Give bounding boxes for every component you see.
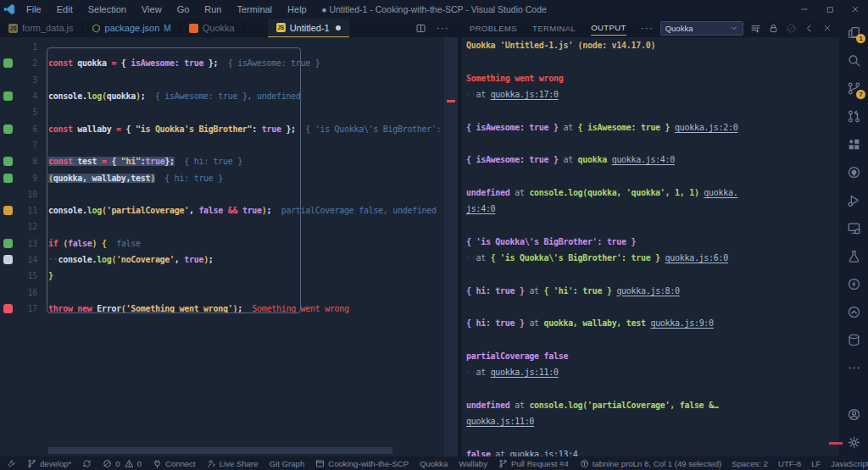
source-link[interactable]: quokka.js:6:0 bbox=[665, 253, 728, 263]
code-editor[interactable]: 12const quokka = { isAwesome: true }; { … bbox=[0, 37, 458, 456]
open-log-file-icon[interactable] bbox=[748, 21, 763, 36]
close-button[interactable] bbox=[843, 0, 868, 19]
status-0[interactable]: 0 bbox=[125, 459, 142, 468]
status-wallaby[interactable]: Wallaby bbox=[459, 459, 487, 468]
editor-vertical-scrollbar[interactable] bbox=[444, 37, 458, 456]
activity-extensions-icon[interactable] bbox=[839, 130, 868, 158]
status-quokka[interactable]: Quokka bbox=[420, 459, 448, 468]
panel-tab-problems[interactable]: PROBLEMS bbox=[462, 19, 525, 37]
activity-account-icon[interactable] bbox=[839, 401, 868, 429]
tab-label: Untitled-1 bbox=[290, 23, 330, 33]
clear-output-icon[interactable] bbox=[784, 21, 798, 36]
branch-icon bbox=[27, 459, 36, 468]
quokka-inline-value: { isAwesome: true } bbox=[218, 58, 320, 68]
source-link[interactable]: quokka.js:13:4 bbox=[510, 450, 578, 456]
activity-files-icon[interactable]: 1 bbox=[839, 19, 868, 47]
status-utf-8[interactable]: UTF-8 bbox=[778, 459, 801, 468]
activity-more-icon[interactable] bbox=[839, 354, 868, 382]
coverage-marker bbox=[3, 157, 13, 166]
status-live-share[interactable]: Live Share bbox=[207, 459, 259, 468]
activity-source-control-icon[interactable]: 7 bbox=[839, 75, 868, 102]
source-link[interactable]: quokka.js:2:0 bbox=[675, 123, 737, 132]
status-spaces-2[interactable]: Spaces: 2 bbox=[732, 459, 768, 468]
line-number: 17 bbox=[13, 304, 37, 313]
activity-thunder-client-icon[interactable] bbox=[839, 270, 868, 298]
editor-line: 14··console.log('noCoverage', true); bbox=[0, 252, 458, 268]
editor-more-actions[interactable]: ··· bbox=[437, 22, 449, 34]
output-text: console.log(quokka, 'quokka', 1, 1) bbox=[529, 188, 698, 197]
output-channel-select[interactable]: Quokka bbox=[660, 21, 743, 36]
menu-terminal[interactable]: Terminal bbox=[230, 4, 281, 14]
output-line: { hi: true } at quokka, wallaby, test qu… bbox=[462, 315, 839, 331]
source-link[interactable]: quokka.js:11:0 bbox=[491, 368, 559, 377]
menu-view[interactable]: View bbox=[134, 4, 170, 14]
menu-file[interactable]: File bbox=[19, 4, 49, 14]
activity-search-icon[interactable] bbox=[839, 47, 868, 75]
source-link[interactable]: quokka.js:17:0 bbox=[491, 90, 559, 99]
activity-remote-explorer-icon[interactable] bbox=[839, 214, 868, 242]
source-link[interactable]: quokka.js:8:0 bbox=[616, 286, 679, 296]
maximize-button[interactable] bbox=[817, 0, 843, 19]
status-label: 0 bbox=[137, 459, 142, 468]
token-bool: false bbox=[68, 239, 92, 248]
status-0[interactable]: 0 bbox=[103, 459, 120, 468]
token-t: }; bbox=[203, 58, 218, 68]
tab-package-json[interactable]: package.jsonM bbox=[83, 19, 181, 37]
minimize-button[interactable] bbox=[792, 0, 817, 19]
line-number: 3 bbox=[13, 75, 37, 85]
token-t: quokka, wallaby,test bbox=[53, 174, 150, 183]
source-link[interactable]: quokka.js:11:0 bbox=[466, 417, 534, 426]
token-t: console. bbox=[48, 206, 87, 215]
tab-untitled-1[interactable]: JSUntitled-1 bbox=[268, 19, 349, 37]
source-link[interactable]: js:4:0 bbox=[466, 204, 495, 213]
status-lf[interactable]: LF bbox=[811, 459, 821, 468]
status-cooking-with-the-scp[interactable]: Cooking-with-the-SCP bbox=[315, 459, 409, 468]
activity-database-icon[interactable] bbox=[839, 326, 868, 354]
tab-quokka[interactable]: Quokka bbox=[181, 19, 244, 37]
status-connect[interactable]: Connect bbox=[153, 459, 196, 468]
status-sync-icon[interactable] bbox=[82, 459, 92, 468]
menu-help[interactable]: Help bbox=[280, 4, 314, 14]
token-bool: true bbox=[242, 206, 262, 215]
panel-tab-output[interactable]: OUTPUT bbox=[583, 19, 633, 37]
status-ln-8-col-1-49-selected-[interactable]: Ln 8, Col 1 (49 selected) bbox=[633, 459, 722, 468]
source-link[interactable]: quokka. bbox=[704, 188, 737, 197]
token-str: "is Quokka's BigBrother" bbox=[136, 124, 252, 134]
status-remote-icon[interactable] bbox=[7, 459, 16, 468]
token-kw: const bbox=[48, 157, 73, 166]
chevron-down-icon bbox=[730, 24, 738, 32]
split-editor-icon[interactable] bbox=[414, 21, 428, 36]
menu-run[interactable]: Run bbox=[197, 4, 229, 14]
status-git-graph[interactable]: Git Graph bbox=[270, 459, 305, 468]
status-label: Ln 8, Col 1 (49 selected) bbox=[633, 459, 722, 468]
panel-more-actions[interactable]: ··· bbox=[634, 22, 660, 34]
output-panel[interactable]: Quokka 'Untitled-1.js' (node: v14.17.0)S… bbox=[462, 37, 839, 456]
status-javascript[interactable]: JavaScript bbox=[831, 459, 868, 468]
source-link[interactable]: quokka.js:9:0 bbox=[650, 318, 713, 328]
token-t: ; bbox=[209, 255, 214, 264]
activity-github-icon[interactable] bbox=[839, 158, 868, 186]
editor-horizontal-scrollbar[interactable] bbox=[48, 447, 392, 454]
tab-label: Quokka bbox=[203, 23, 235, 33]
branch-icon bbox=[498, 459, 508, 468]
activity-run-debug-icon[interactable] bbox=[839, 186, 868, 214]
status-pull-request-4[interactable]: Pull Request #4 bbox=[498, 459, 569, 468]
status-tabnine-pro[interactable]: tabnine pro bbox=[580, 459, 633, 468]
menu-go[interactable]: Go bbox=[170, 4, 198, 14]
panel-tab-terminal[interactable]: TERMINAL bbox=[525, 19, 583, 37]
source-link[interactable]: quokka.js:4:0 bbox=[612, 155, 675, 164]
output-line: Quokka 'Untitled-1.js' (node: v14.17.0) bbox=[462, 37, 839, 53]
lock-icon[interactable] bbox=[766, 21, 781, 36]
close-icon[interactable] bbox=[820, 21, 834, 36]
activity-pull-request-icon[interactable] bbox=[839, 102, 868, 130]
status-develop-[interactable]: develop* bbox=[27, 459, 71, 468]
menu-edit[interactable]: Edit bbox=[49, 4, 81, 14]
chevron-left-icon[interactable] bbox=[802, 21, 816, 36]
window-icon bbox=[315, 459, 325, 468]
activity-gear-icon[interactable] bbox=[839, 429, 868, 456]
activity-chevron-up-circle-icon[interactable] bbox=[839, 298, 868, 326]
menu-selection[interactable]: Selection bbox=[81, 4, 134, 14]
tab-form-data-js[interactable]: JSform_data.js bbox=[0, 19, 83, 37]
activity-test-beaker-icon[interactable] bbox=[839, 242, 868, 270]
token-fn: log bbox=[87, 91, 102, 101]
